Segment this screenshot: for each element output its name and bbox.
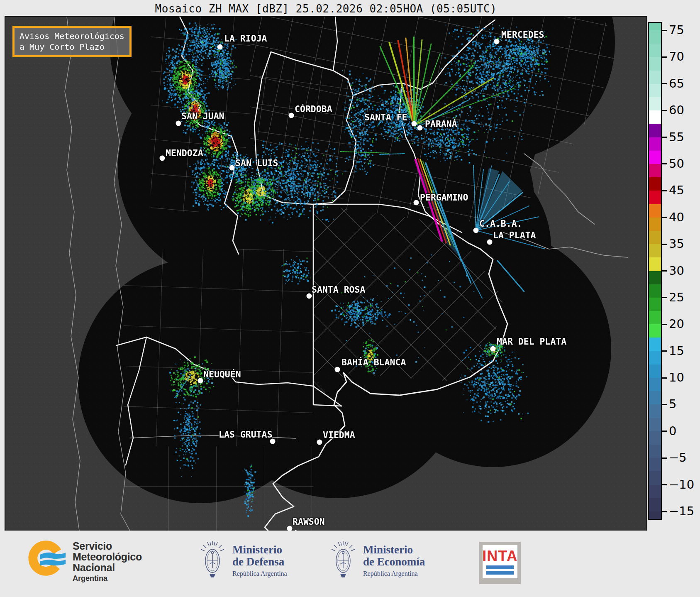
colorbar-segment [649, 164, 661, 178]
inta-bar [486, 565, 514, 569]
radar-map: LA RIOJAMERCEDESSAN JUANCÓRDOBASANTA FEP… [5, 17, 646, 531]
city-label: SANTA FE [364, 113, 407, 122]
colorbar-tick [662, 244, 667, 245]
colorbar-segment [649, 298, 661, 311]
colorbar-segment [649, 365, 661, 378]
ministerio-economia-text: Ministerio de Economía República Argenti… [363, 544, 425, 578]
city-label: C.A.B.A. [479, 219, 522, 228]
colorbar-segment [649, 511, 661, 519]
colorbar-tick-label: 45 [669, 184, 684, 196]
colorbar-tick-label: 30 [669, 265, 684, 277]
colorbar [649, 23, 661, 519]
city-dot [335, 367, 340, 372]
colorbar-tick-label: 35 [669, 238, 684, 250]
colorbar-segment [649, 151, 661, 164]
colorbar-tick [662, 163, 667, 164]
ministerio-defensa-text: Ministerio de Defensa República Argentin… [232, 544, 287, 578]
colorbar-tick-label: 20 [669, 318, 684, 330]
colorbar-segment [649, 458, 661, 472]
colorbar-tick [662, 324, 667, 325]
ministry-line: Ministerio [232, 544, 287, 556]
city-label: MERCEDES [501, 30, 544, 39]
city-dot [307, 294, 312, 299]
colorbar-tick-label: 15 [669, 345, 684, 357]
ministry-line: de Defensa [232, 556, 287, 568]
city-dot [287, 526, 293, 531]
colorbar-segment [649, 137, 661, 151]
city-label: CÓRDOBA [295, 105, 332, 114]
city-label: MAR DEL PLATA [497, 337, 566, 346]
colorbar-tick-label: 65 [669, 78, 684, 90]
colorbar-tick [662, 270, 667, 272]
colorbar-segment [649, 351, 661, 365]
colorbar-segment [649, 324, 661, 338]
colorbar-tick [662, 511, 667, 512]
colorbar-tick [662, 30, 667, 31]
city-label: LA RIOJA [224, 34, 267, 43]
city-dot [412, 121, 417, 127]
colorbar-segment [649, 378, 661, 391]
colorbar-tick [662, 56, 667, 58]
coat-of-arms-icon [330, 536, 356, 585]
colorbar-segment [649, 97, 661, 111]
city-label: RAWSON [293, 517, 325, 526]
inta-wordmark: INTA [482, 549, 517, 564]
colorbar-tick [662, 350, 667, 352]
colorbar-tick-label: 0 [669, 425, 676, 437]
city-label: SAN JUAN [181, 112, 224, 121]
colorbar-segment [649, 57, 661, 71]
colorbar-segment [649, 445, 661, 458]
inta-bar [486, 571, 514, 575]
colorbar-segment [649, 338, 661, 351]
city-dot [317, 440, 322, 445]
colorbar-segment [649, 30, 661, 44]
city-dot [198, 378, 203, 384]
colorbar-segment [649, 471, 661, 485]
colorbar-segment [649, 204, 661, 218]
warning-banner[interactable]: Avisos Meteorológicos a Muy Corto Plazo [12, 26, 132, 57]
coat-of-arms-icon [199, 536, 226, 585]
ministry-line: Ministerio [363, 544, 425, 556]
warning-line-2: a Muy Corto Plazo [20, 42, 105, 52]
city-dot [490, 346, 496, 352]
inta-logo: INTA [479, 542, 521, 584]
smn-swirl-icon [27, 539, 67, 578]
city-label: LAS GRUTAS [219, 430, 272, 439]
radar-canvas [5, 17, 646, 531]
product-title: Mosaico ZH MAX [dBZ] 25.02.2026 02:05HOA… [5, 2, 646, 15]
colorbar-segment [649, 498, 661, 512]
colorbar-segment [649, 84, 661, 98]
city-dot [229, 165, 235, 171]
colorbar-tick-label: 10 [669, 372, 684, 384]
colorbar-tick-label: −15 [669, 505, 694, 517]
colorbar-segment [649, 418, 661, 432]
colorbar-tick [662, 83, 667, 84]
warning-line-1: Avisos Meteorológicos [20, 31, 124, 41]
colorbar-tick [662, 297, 667, 298]
colorbar-tick [662, 377, 667, 379]
colorbar-segment [649, 311, 661, 325]
city-dot [289, 113, 294, 118]
inta-inner: INTA [483, 545, 517, 578]
smn-wordmark: Servicio Meteorológico Nacional Argentin… [73, 541, 142, 583]
colorbar-tick-label: 55 [669, 131, 684, 143]
colorbar-tick [662, 110, 667, 111]
city-label: MENDOZA [166, 149, 203, 158]
city-label: SANTA ROSA [312, 285, 365, 294]
city-label: NEUQUÉN [203, 370, 241, 379]
ministerio-defensa-logo: Ministerio de Defensa República Argentin… [199, 536, 287, 585]
colorbar-segment [649, 404, 661, 418]
radar-product-page: { "title": "Mosaico ZH MAX [dBZ] 25.02.2… [0, 0, 700, 597]
city-dot [473, 228, 479, 233]
colorbar-tick [662, 190, 667, 191]
smn-line: Argentina [73, 574, 142, 583]
city-dot [487, 240, 493, 245]
colorbar-segment [649, 177, 661, 191]
colorbar-tick [662, 484, 667, 485]
colorbar-tick-label: −10 [669, 479, 694, 491]
city-dot [414, 200, 419, 206]
colorbar-tick-label: 50 [669, 158, 684, 170]
colorbar-segment [649, 271, 661, 285]
city-label: LA PLATA [493, 231, 536, 240]
city-dot [160, 156, 165, 161]
